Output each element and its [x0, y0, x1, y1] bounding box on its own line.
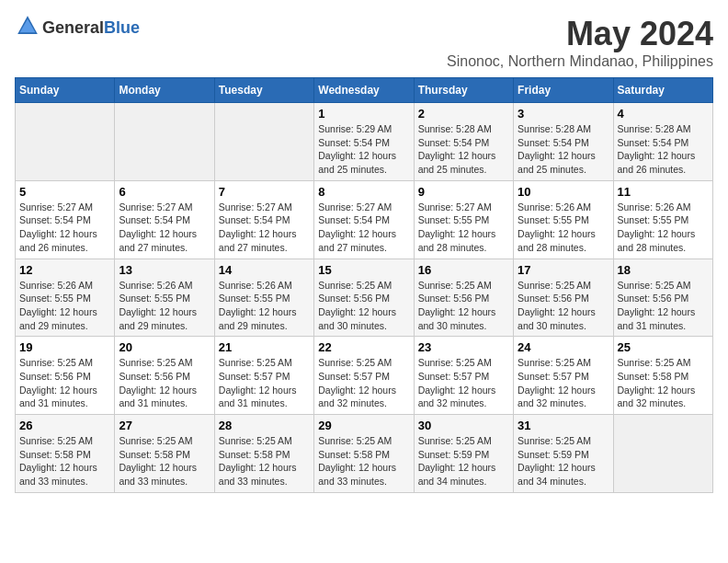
day-cell: 31Sunrise: 5:25 AM Sunset: 5:59 PM Dayli… [514, 415, 613, 493]
day-info: Sunrise: 5:25 AM Sunset: 5:59 PM Dayligh… [518, 434, 609, 488]
day-number: 21 [219, 340, 310, 354]
day-number: 18 [618, 263, 709, 277]
title-area: May 2024 Sinonoc, Northern Mindanao, Phi… [447, 15, 713, 70]
day-number: 23 [418, 340, 509, 354]
day-number: 3 [518, 107, 609, 121]
day-info: Sunrise: 5:25 AM Sunset: 5:58 PM Dayligh… [318, 434, 409, 488]
day-number: 19 [19, 340, 110, 354]
header-row: SundayMondayTuesdayWednesdayThursdayFrid… [16, 78, 713, 103]
day-cell: 6Sunrise: 5:27 AM Sunset: 5:54 PM Daylig… [115, 180, 214, 259]
logo-general: General [42, 18, 104, 37]
day-cell: 18Sunrise: 5:25 AM Sunset: 5:56 PM Dayli… [613, 259, 712, 337]
day-number: 24 [518, 340, 609, 354]
day-number: 5 [19, 185, 110, 199]
day-cell: 14Sunrise: 5:26 AM Sunset: 5:55 PM Dayli… [214, 259, 313, 337]
col-header-sunday: Sunday [16, 78, 115, 103]
day-number: 27 [119, 419, 210, 432]
day-number: 2 [418, 107, 509, 121]
day-info: Sunrise: 5:25 AM Sunset: 5:56 PM Dayligh… [418, 279, 509, 333]
day-cell: 5Sunrise: 5:27 AM Sunset: 5:54 PM Daylig… [16, 180, 115, 259]
day-cell: 21Sunrise: 5:25 AM Sunset: 5:57 PM Dayli… [214, 337, 313, 415]
day-number: 25 [618, 340, 709, 354]
col-header-tuesday: Tuesday [214, 78, 313, 103]
day-number: 31 [518, 419, 609, 432]
day-number: 11 [618, 185, 709, 199]
day-cell: 15Sunrise: 5:25 AM Sunset: 5:56 PM Dayli… [314, 259, 414, 337]
logo-text: GeneralBlue [42, 18, 140, 38]
logo-blue: Blue [104, 18, 140, 37]
day-info: Sunrise: 5:25 AM Sunset: 5:57 PM Dayligh… [418, 356, 509, 410]
logo: GeneralBlue [15, 15, 140, 40]
day-info: Sunrise: 5:26 AM Sunset: 5:55 PM Dayligh… [19, 279, 110, 333]
day-cell: 30Sunrise: 5:25 AM Sunset: 5:59 PM Dayli… [414, 415, 513, 493]
day-info: Sunrise: 5:27 AM Sunset: 5:54 PM Dayligh… [119, 201, 210, 255]
week-row-5: 26Sunrise: 5:25 AM Sunset: 5:58 PM Dayli… [16, 415, 713, 493]
day-number: 9 [418, 185, 509, 199]
day-number: 22 [318, 340, 409, 354]
day-number: 4 [618, 107, 709, 121]
day-info: Sunrise: 5:26 AM Sunset: 5:55 PM Dayligh… [518, 201, 609, 255]
day-cell: 17Sunrise: 5:25 AM Sunset: 5:56 PM Dayli… [514, 259, 613, 337]
day-info: Sunrise: 5:25 AM Sunset: 5:59 PM Dayligh… [418, 434, 509, 488]
day-cell [214, 103, 313, 181]
day-cell: 27Sunrise: 5:25 AM Sunset: 5:58 PM Dayli… [115, 415, 214, 493]
col-header-saturday: Saturday [613, 78, 712, 103]
day-info: Sunrise: 5:26 AM Sunset: 5:55 PM Dayligh… [119, 279, 210, 333]
day-number: 26 [19, 419, 110, 432]
day-cell: 28Sunrise: 5:25 AM Sunset: 5:58 PM Dayli… [214, 415, 313, 493]
day-cell: 10Sunrise: 5:26 AM Sunset: 5:55 PM Dayli… [514, 180, 613, 259]
day-info: Sunrise: 5:25 AM Sunset: 5:56 PM Dayligh… [19, 356, 110, 410]
day-info: Sunrise: 5:25 AM Sunset: 5:58 PM Dayligh… [219, 434, 310, 488]
day-number: 13 [119, 263, 210, 277]
day-cell: 13Sunrise: 5:26 AM Sunset: 5:55 PM Dayli… [115, 259, 214, 337]
day-cell: 3Sunrise: 5:28 AM Sunset: 5:54 PM Daylig… [514, 103, 613, 181]
col-header-thursday: Thursday [414, 78, 513, 103]
day-number: 17 [518, 263, 609, 277]
week-row-2: 5Sunrise: 5:27 AM Sunset: 5:54 PM Daylig… [16, 180, 713, 259]
day-cell: 25Sunrise: 5:25 AM Sunset: 5:58 PM Dayli… [613, 337, 712, 415]
day-cell: 26Sunrise: 5:25 AM Sunset: 5:58 PM Dayli… [16, 415, 115, 493]
day-info: Sunrise: 5:27 AM Sunset: 5:55 PM Dayligh… [418, 201, 509, 255]
day-number: 16 [418, 263, 509, 277]
day-info: Sunrise: 5:25 AM Sunset: 5:58 PM Dayligh… [618, 356, 709, 410]
day-number: 12 [19, 263, 110, 277]
day-cell: 4Sunrise: 5:28 AM Sunset: 5:54 PM Daylig… [613, 103, 712, 181]
day-number: 6 [119, 185, 210, 199]
day-info: Sunrise: 5:27 AM Sunset: 5:54 PM Dayligh… [19, 201, 110, 255]
day-number: 7 [219, 185, 310, 199]
day-cell: 1Sunrise: 5:29 AM Sunset: 5:54 PM Daylig… [314, 103, 414, 181]
day-cell: 7Sunrise: 5:27 AM Sunset: 5:54 PM Daylig… [214, 180, 313, 259]
day-cell: 12Sunrise: 5:26 AM Sunset: 5:55 PM Dayli… [16, 259, 115, 337]
day-number: 15 [318, 263, 409, 277]
day-number: 29 [318, 419, 409, 432]
day-cell: 16Sunrise: 5:25 AM Sunset: 5:56 PM Dayli… [414, 259, 513, 337]
main-title: May 2024 [447, 15, 713, 53]
day-info: Sunrise: 5:27 AM Sunset: 5:54 PM Dayligh… [219, 201, 310, 255]
day-cell: 22Sunrise: 5:25 AM Sunset: 5:57 PM Dayli… [314, 337, 414, 415]
day-cell: 11Sunrise: 5:26 AM Sunset: 5:55 PM Dayli… [613, 180, 712, 259]
logo-block [15, 15, 39, 40]
day-cell [613, 415, 712, 493]
week-row-1: 1Sunrise: 5:29 AM Sunset: 5:54 PM Daylig… [16, 103, 713, 181]
day-cell [16, 103, 115, 181]
col-header-friday: Friday [514, 78, 613, 103]
day-cell: 8Sunrise: 5:27 AM Sunset: 5:54 PM Daylig… [314, 180, 414, 259]
day-number: 14 [219, 263, 310, 277]
day-info: Sunrise: 5:25 AM Sunset: 5:58 PM Dayligh… [119, 434, 210, 488]
day-number: 30 [418, 419, 509, 432]
day-number: 1 [318, 107, 409, 121]
day-info: Sunrise: 5:25 AM Sunset: 5:56 PM Dayligh… [318, 279, 409, 333]
day-info: Sunrise: 5:25 AM Sunset: 5:56 PM Dayligh… [618, 279, 709, 333]
day-info: Sunrise: 5:25 AM Sunset: 5:57 PM Dayligh… [219, 356, 310, 410]
day-info: Sunrise: 5:25 AM Sunset: 5:56 PM Dayligh… [119, 356, 210, 410]
day-info: Sunrise: 5:28 AM Sunset: 5:54 PM Dayligh… [518, 122, 609, 177]
day-number: 8 [318, 185, 409, 199]
header: GeneralBlue May 2024 Sinonoc, Northern M… [15, 15, 713, 70]
day-cell: 2Sunrise: 5:28 AM Sunset: 5:54 PM Daylig… [414, 103, 513, 181]
day-info: Sunrise: 5:25 AM Sunset: 5:57 PM Dayligh… [518, 356, 609, 410]
day-info: Sunrise: 5:27 AM Sunset: 5:54 PM Dayligh… [318, 201, 409, 255]
day-info: Sunrise: 5:28 AM Sunset: 5:54 PM Dayligh… [418, 122, 509, 177]
day-cell: 19Sunrise: 5:25 AM Sunset: 5:56 PM Dayli… [16, 337, 115, 415]
day-cell: 29Sunrise: 5:25 AM Sunset: 5:58 PM Dayli… [314, 415, 414, 493]
day-info: Sunrise: 5:29 AM Sunset: 5:54 PM Dayligh… [318, 122, 409, 177]
